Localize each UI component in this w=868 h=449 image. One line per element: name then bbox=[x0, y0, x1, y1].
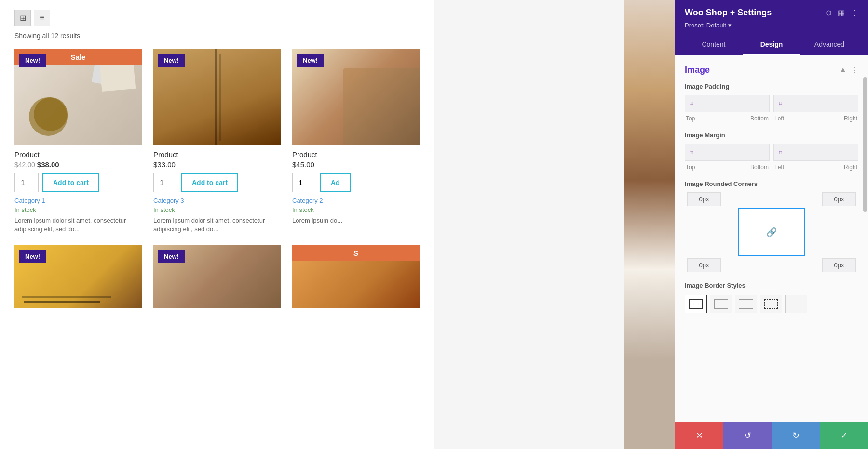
border-tb-icon bbox=[739, 299, 753, 309]
panel-header-icons: ⊙ ▦ ⋮ bbox=[826, 8, 858, 17]
more-icon[interactable]: ⋮ bbox=[851, 8, 858, 17]
margin-labels: Top Bottom Left Right bbox=[685, 164, 858, 171]
border-style-2-button[interactable] bbox=[710, 295, 732, 313]
product-stock-1: In stock bbox=[14, 206, 142, 213]
product-name-1: Product bbox=[14, 150, 142, 158]
product-image-5: New! bbox=[153, 245, 281, 308]
margin-right-label: Right bbox=[844, 164, 857, 171]
image-section-title: Image bbox=[685, 65, 710, 75]
product-card-6: S bbox=[292, 245, 420, 313]
border-style-solid-button[interactable] bbox=[685, 295, 707, 313]
list-view-button[interactable]: ≡ bbox=[34, 10, 50, 26]
new-badge-1: New! bbox=[19, 54, 46, 67]
layout-icon[interactable]: ▦ bbox=[838, 8, 845, 17]
grid-view-button[interactable]: ⊞ bbox=[14, 10, 31, 26]
image-margin-group: Image Margin ⌗ ⌗ Top Bottom Left Right bbox=[685, 132, 858, 171]
product-card-1: Sale New! Product $42.00$38.00 Add to ca… bbox=[14, 49, 142, 234]
section-more-icon[interactable]: ⋮ bbox=[851, 66, 858, 75]
reset-button[interactable]: ↺ bbox=[723, 422, 772, 449]
margin-right-input[interactable]: ⌗ bbox=[773, 144, 858, 161]
new-badge-4: New! bbox=[19, 250, 46, 263]
corner-bl-input[interactable]: 0px bbox=[687, 258, 721, 272]
padding-top-input[interactable]: ⌗ bbox=[685, 95, 770, 112]
product-price-1: $42.00$38.00 bbox=[14, 160, 142, 169]
add-to-cart-button-2[interactable]: Add to cart bbox=[181, 173, 238, 192]
product-image-1: Sale New! bbox=[14, 49, 142, 145]
product-card-3: New! Product $45.00 Ad Category 2 In sto… bbox=[292, 49, 420, 234]
cancel-button[interactable]: ✕ bbox=[675, 422, 723, 449]
tab-design[interactable]: Design bbox=[743, 35, 800, 55]
redo-button[interactable]: ↻ bbox=[772, 422, 820, 449]
margin-inputs: ⌗ ⌗ bbox=[685, 144, 858, 161]
qty-input-3[interactable] bbox=[292, 173, 316, 192]
product-category-2[interactable]: Category 3 bbox=[153, 197, 281, 204]
panel-tabs: Content Design Advanced bbox=[685, 35, 858, 55]
margin-top-input[interactable]: ⌗ bbox=[685, 144, 770, 161]
shop-area: ⊞ ≡ Showing all 12 results Sale New! Pro… bbox=[0, 0, 434, 449]
product-desc-3: Lorem ipsum do... bbox=[292, 216, 420, 225]
margin-top-label: Top bbox=[686, 164, 695, 171]
section-controls: ▲ ⋮ bbox=[839, 66, 858, 75]
padding-labels: Top Bottom Left Right bbox=[685, 115, 858, 122]
add-to-cart-button-1[interactable]: Add to cart bbox=[42, 173, 99, 192]
product-card-5: New! bbox=[153, 245, 281, 313]
product-image-4: New! bbox=[14, 245, 142, 308]
product-category-1[interactable]: Category 1 bbox=[14, 197, 142, 204]
product-card-4: New! bbox=[14, 245, 142, 313]
left-label: Left bbox=[774, 115, 784, 122]
sale-badge-6: S bbox=[292, 245, 420, 261]
new-badge-2: New! bbox=[158, 54, 185, 67]
panel-title-row: Woo Shop + Settings ⊙ ▦ ⋮ bbox=[685, 8, 858, 18]
product-image-3: New! bbox=[292, 49, 420, 145]
image-margin-label: Image Margin bbox=[685, 132, 858, 139]
collapse-icon[interactable]: ▲ bbox=[839, 66, 847, 75]
product-price-3: $45.00 bbox=[292, 160, 420, 169]
link-icon[interactable]: 🔗 bbox=[766, 227, 777, 238]
panel-preset[interactable]: Preset: Default ▾ bbox=[685, 22, 858, 29]
save-button[interactable]: ✓ bbox=[820, 422, 868, 449]
border-style-none-button[interactable] bbox=[785, 295, 807, 313]
product-desc-2: Lorem ipsum dolor sit amet, consectetur … bbox=[153, 216, 281, 234]
panel-header: Woo Shop + Settings ⊙ ▦ ⋮ Preset: Defaul… bbox=[675, 0, 868, 55]
padding-label-top-bottom: Top Bottom bbox=[685, 115, 770, 122]
padding-top-icon: ⌗ bbox=[690, 100, 693, 107]
scrollbar-thumb[interactable] bbox=[863, 77, 867, 212]
padding-inputs: ⌗ ⌗ bbox=[685, 95, 858, 112]
border-styles-row bbox=[685, 295, 858, 313]
record-icon[interactable]: ⊙ bbox=[826, 8, 832, 17]
padding-right-input[interactable]: ⌗ bbox=[773, 95, 858, 112]
qty-input-1[interactable] bbox=[14, 173, 39, 192]
product-category-3[interactable]: Category 2 bbox=[292, 197, 420, 204]
product-stock-3: In stock bbox=[292, 206, 420, 213]
corner-visual-box[interactable]: 🔗 bbox=[738, 208, 805, 256]
product-image-2: New! bbox=[153, 49, 281, 145]
add-to-cart-button-3[interactable]: Ad bbox=[320, 173, 351, 192]
margin-bottom-label: Bottom bbox=[750, 164, 769, 171]
product-image-6: S bbox=[292, 245, 420, 308]
border-style-3-button[interactable] bbox=[735, 295, 757, 313]
corner-tr-input[interactable]: 0px bbox=[822, 192, 856, 206]
border-styles-label: Image Border Styles bbox=[685, 282, 858, 289]
preset-arrow-icon: ▾ bbox=[728, 22, 732, 29]
product-name-3: Product bbox=[292, 150, 420, 158]
tab-advanced[interactable]: Advanced bbox=[800, 35, 858, 55]
corner-tl-input[interactable]: 0px bbox=[687, 192, 721, 206]
price-regular-3: $45.00 bbox=[292, 160, 314, 169]
product-name-2: Product bbox=[153, 150, 281, 158]
panel-footer: ✕ ↺ ↻ ✓ bbox=[675, 422, 868, 449]
tab-content[interactable]: Content bbox=[685, 35, 743, 55]
corner-br-input[interactable]: 0px bbox=[822, 258, 856, 272]
right-photo-strip bbox=[624, 0, 675, 449]
border-solid-icon bbox=[689, 299, 703, 309]
qty-input-2[interactable] bbox=[153, 173, 177, 192]
new-badge-5: New! bbox=[158, 250, 185, 263]
image-section-header: Image ▲ ⋮ bbox=[685, 65, 858, 75]
settings-panel: Woo Shop + Settings ⊙ ▦ ⋮ Preset: Defaul… bbox=[675, 0, 868, 449]
border-styles-group: Image Border Styles bbox=[685, 282, 858, 313]
border-none-icon bbox=[789, 299, 803, 309]
margin-label-left-right: Left Right bbox=[773, 164, 858, 171]
border-style-dashed-button[interactable] bbox=[760, 295, 782, 313]
preset-label: Preset: Default bbox=[685, 22, 726, 29]
results-count: Showing all 12 results bbox=[14, 32, 420, 40]
margin-label-top-bottom: Top Bottom bbox=[685, 164, 770, 171]
